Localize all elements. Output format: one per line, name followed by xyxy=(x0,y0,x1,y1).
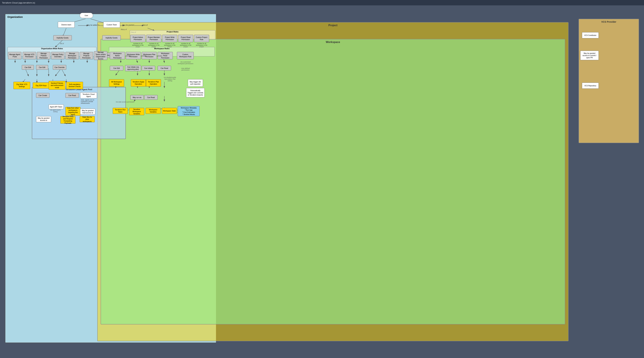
manage-workspace-node: Manage Workspace Permission xyxy=(66,52,79,59)
can-read-state-node: Can Read xyxy=(144,95,158,100)
can-edit-2-node: Can Edit xyxy=(36,65,48,70)
workspace-metadata-node: Workspace Metadata * Run logs * Cost Est… xyxy=(178,106,200,116)
includes-3-label: Includes xyxy=(157,55,162,57)
includes-2-label: Includes xyxy=(141,55,147,57)
can-initiate-approving-node: Can Initiate (via approving plan) xyxy=(125,65,141,71)
agent-note: Note: Agents run on customer's private i… xyxy=(81,99,97,104)
auto-triggers-node: Automatically Triggers (for commits in T… xyxy=(186,88,204,97)
user-node: User xyxy=(80,13,93,18)
workspace-label: Workspace xyxy=(326,41,340,44)
all-of-label: All of xyxy=(60,43,64,45)
implicitly-grants-1: Implicitly Grants xyxy=(53,35,72,40)
may-be-granted-access-node: May be granted access to xyxy=(36,116,51,122)
manage-policy-overrides-node: Manage Policy Overrides xyxy=(51,52,64,59)
manage-teams-node: Manage Teams and/or Organization Access xyxy=(94,51,107,60)
vcs-repository-node: VCS Repository xyxy=(582,83,599,89)
org-label: Organization xyxy=(8,16,23,18)
sensitive-workspace-vars-node: Sensitive Workspace Variables xyxy=(129,108,144,115)
can-initiate-node: Can Initiate xyxy=(142,66,155,71)
implicitly-grants-2: Implicitly Grants xyxy=(102,35,121,40)
custom-project-role-node: Custom Project Role xyxy=(194,35,209,42)
vcs-contributor-node: VCS Contributor xyxy=(582,32,599,38)
app-title: Terraform Cloud (app.terraform.io) xyxy=(2,2,35,4)
terraform-apply-node: Terraform Apply Operation xyxy=(131,79,146,87)
workspace-admin-node: Workspace Admin Permission xyxy=(110,52,125,59)
can-read-agent-node: Can Read xyxy=(66,93,79,98)
owners-team-node: Owners team xyxy=(58,22,75,28)
title-bar: Terraform Cloud (app.terraform.io) xyxy=(0,0,644,5)
may-be-added-to-label: May be added to xyxy=(87,24,100,26)
via-speculative-label: Via disable/enable Speculative Plan Sett… xyxy=(162,77,178,82)
can-override-node: Can Override xyxy=(53,65,66,70)
state-files-node: State files for other workspaces xyxy=(80,116,95,122)
org-wide-roles-label: Organization-Wide Roles xyxy=(41,48,63,50)
can-read-ws-node: Can Read xyxy=(158,66,171,71)
sensitive-data-node: Sensitive Data and Request Forwarding Pa… xyxy=(60,116,76,124)
vcs-provider-label: VCS Provider xyxy=(579,19,639,25)
project-maintain-node: Project Maintain Permission xyxy=(146,35,161,42)
custom-workspace-role-node: Custom Workspace Role xyxy=(177,52,194,59)
project-admin-node: Project Admin Permission xyxy=(130,35,146,42)
manage-vcs-node: Manage VCS Permission xyxy=(23,52,36,59)
via-agent-pool-label: Via agent pool's setting xyxy=(48,109,63,112)
may-be-granted-pr-node: May be granted access to commit / open P… xyxy=(580,51,599,60)
tf-cloud-agent-node: Terraform Cloud Agent xyxy=(80,92,97,98)
may-be-granted-read-node: May be granted read access to xyxy=(80,109,95,115)
org-vcs-settings-node: Org Wide VCS Settings xyxy=(14,82,30,89)
may-run-via-node: May run via xyxy=(130,95,144,100)
manage-policies-node: Manage Policies Permission xyxy=(37,52,50,59)
can-edit-ws-node: Can Edit xyxy=(110,66,123,71)
terraform-run-token-node: Terraform Run Token xyxy=(113,108,128,114)
many-of-label: Many of xyxy=(121,29,127,30)
can-create-node: Can Create xyxy=(36,93,50,98)
may-be-granted-label: May be granted xyxy=(122,24,134,26)
workspace-roles-label: Workspace Roles xyxy=(154,48,170,50)
via-customized-label: Via customized workspace permissions xyxy=(178,61,194,65)
terraform-plan-node: Terraform Plan Operation xyxy=(146,79,161,87)
project-label: Project xyxy=(328,24,338,27)
custom-team-node: Custom Team xyxy=(103,22,120,28)
one-of-label-1: One of xyxy=(142,24,148,26)
all-workspace-settings-node: All Workspace Settings xyxy=(109,79,124,87)
sentinel-policies-node: Sentinel Policies and enforcement mode xyxy=(49,81,66,90)
workspace-box: Workspace xyxy=(100,39,565,324)
workspace-variables-node: Workspace Variables xyxy=(146,108,161,114)
may-trigger-node: May trigger (for pull requests) xyxy=(188,79,203,87)
soft-mandatory-node: Soft-mandatory Sentinel Checks xyxy=(66,82,83,89)
manage-agent-pools-node: Manage Agent Pools xyxy=(8,52,22,59)
manage-projects-node: Manage Projects Permission xyxy=(80,52,93,59)
user-defined-label: User-defined permissions xyxy=(178,68,194,71)
project-read-node: Project Read Permission xyxy=(178,35,193,42)
agent-api-token-node: Agent API Token xyxy=(49,104,64,109)
includes-1-label: Includes xyxy=(126,55,131,57)
via-state-access-label: Via state access permission xyxy=(116,101,134,103)
can-edit-1-node: Can Edit xyxy=(22,65,34,70)
org-ssh-keys-node: Org SSH Keys xyxy=(33,82,50,88)
project-roles-label: Project Roles xyxy=(167,31,178,33)
workspace-state-node: Workspace State xyxy=(162,108,177,114)
data-other-workspaces-node: Data from other workspaces targeting thi… xyxy=(66,107,80,116)
project-write-node: Project Write Permission xyxy=(162,35,177,42)
